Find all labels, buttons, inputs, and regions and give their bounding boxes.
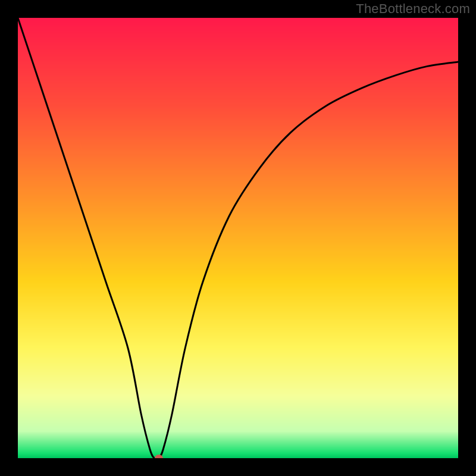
bottleneck-curve (18, 18, 458, 458)
watermark-text: TheBottleneck.com (356, 1, 470, 17)
chart-frame: TheBottleneck.com (0, 0, 476, 476)
optimal-point-marker (155, 455, 163, 458)
plot-area (18, 18, 458, 458)
